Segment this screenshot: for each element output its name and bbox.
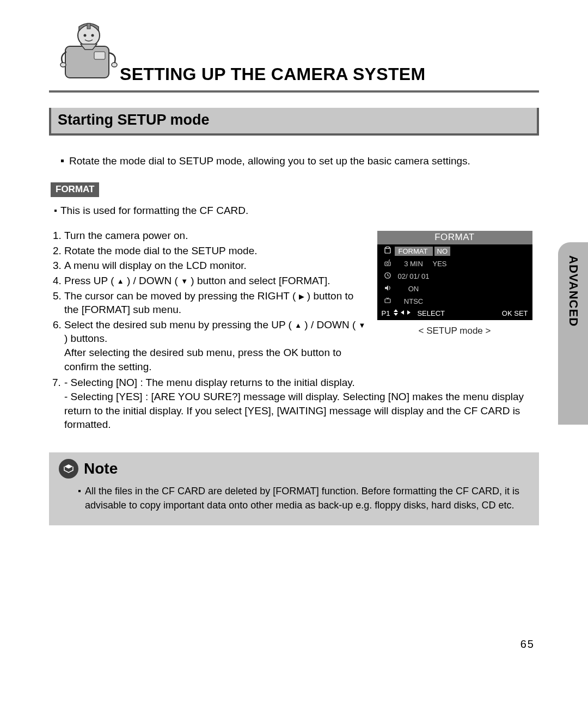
step-1: Turn the camera power on. bbox=[64, 229, 370, 243]
lcd-cell: YES bbox=[433, 260, 447, 268]
page-title: SETTING UP THE CAMERA SYSTEM bbox=[120, 64, 425, 84]
svg-point-7 bbox=[112, 63, 117, 67]
lcd-footer: P1 SELECT OK SET bbox=[377, 307, 532, 318]
intro-text: Rotate the mode dial to SETUP mode, allo… bbox=[61, 155, 539, 167]
note-icon bbox=[59, 459, 78, 479]
svg-point-5 bbox=[91, 34, 94, 37]
svg-rect-3 bbox=[87, 23, 90, 29]
advanced-side-tab: ADVANCED bbox=[558, 242, 588, 425]
lcd-screenshot: FORMAT FORMAT NO 3 MIN YES bbox=[370, 231, 539, 336]
note-title: Note bbox=[84, 460, 118, 477]
svg-rect-9 bbox=[386, 247, 389, 248]
tv-icon bbox=[381, 297, 395, 306]
lcd-title: FORMAT bbox=[377, 231, 532, 244]
lcd-row-sound: ON bbox=[377, 282, 532, 295]
triangle-down-icon: ▼ bbox=[181, 277, 188, 286]
svg-point-6 bbox=[60, 63, 66, 67]
page-header: SETTING UP THE CAMERA SYSTEM bbox=[49, 16, 539, 93]
step-7b-text: - Selecting [YES] : [ARE YOU SURE?] mess… bbox=[64, 390, 539, 432]
triangle-down-icon: ▼ bbox=[359, 321, 366, 330]
lcd-okset-label: OK SET bbox=[502, 309, 528, 317]
step-2: Rotate the mode dial to the SETUP mode. bbox=[64, 244, 370, 258]
step-5: The cursor can be moved by pressing the … bbox=[64, 289, 370, 317]
step-4: Press UP ( ▲ ) / DOWN ( ▼ ) button and s… bbox=[64, 274, 370, 288]
lcd-row-poweroff: 3 MIN YES bbox=[377, 257, 532, 269]
header-divider bbox=[49, 90, 539, 93]
svg-rect-13 bbox=[385, 299, 390, 303]
section-title: Starting SETUP mode bbox=[49, 108, 539, 136]
speaker-icon bbox=[381, 284, 395, 293]
svg-rect-0 bbox=[65, 46, 109, 78]
triangle-up-icon: ▲ bbox=[295, 321, 302, 330]
svg-point-4 bbox=[84, 34, 87, 37]
side-tab-label: ADVANCED bbox=[566, 255, 580, 327]
svg-rect-1 bbox=[94, 52, 105, 59]
card-icon bbox=[381, 247, 395, 256]
lcd-page: P1 bbox=[382, 309, 390, 317]
format-description: This is used for formatting the CF CARD. bbox=[54, 205, 539, 217]
lcd-row-format: FORMAT NO bbox=[377, 244, 532, 257]
lcd-row-video: NTSC bbox=[377, 295, 532, 307]
lcd-row-date: 02/ 01/ 01 bbox=[377, 269, 532, 282]
nav-arrows-icon bbox=[393, 309, 412, 318]
lcd-cell: NO bbox=[434, 247, 451, 256]
lcd-cell: 3 MIN bbox=[395, 260, 433, 268]
lcd-select-label: SELECT bbox=[417, 309, 445, 317]
triangle-right-icon: ▶ bbox=[299, 292, 304, 302]
page-number: 65 bbox=[520, 638, 535, 651]
format-label: FORMAT bbox=[51, 182, 99, 197]
step-7a-text: - Selecting [NO] : The menu display retu… bbox=[64, 377, 355, 388]
note-body: All the files in the CF CARD are deleted… bbox=[59, 484, 529, 512]
lcd-caption: < SETUP mode > bbox=[370, 326, 539, 336]
step-number: 7. bbox=[52, 376, 61, 390]
lcd-cell: NTSC bbox=[395, 297, 433, 305]
note-box: Note All the files in the CF CARD are de… bbox=[49, 452, 539, 525]
mascot-illustration bbox=[53, 14, 124, 87]
lcd-cell: 02/ 01/ 01 bbox=[395, 272, 433, 280]
svg-point-11 bbox=[387, 262, 389, 265]
steps-list: Turn the camera power on. Rotate the mod… bbox=[53, 229, 370, 373]
triangle-up-icon: ▲ bbox=[117, 277, 124, 286]
lcd-cell: FORMAT bbox=[395, 247, 433, 256]
step-3: A menu will display on the LCD monitor. bbox=[64, 259, 370, 273]
clock-icon bbox=[381, 272, 395, 281]
lcd-cell: ON bbox=[395, 285, 433, 293]
step-7: 7. - Selecting [NO] : The menu display r… bbox=[53, 376, 539, 432]
camera-off-icon bbox=[381, 259, 395, 268]
step-6: Select the desired sub menu by pressing … bbox=[64, 318, 370, 374]
